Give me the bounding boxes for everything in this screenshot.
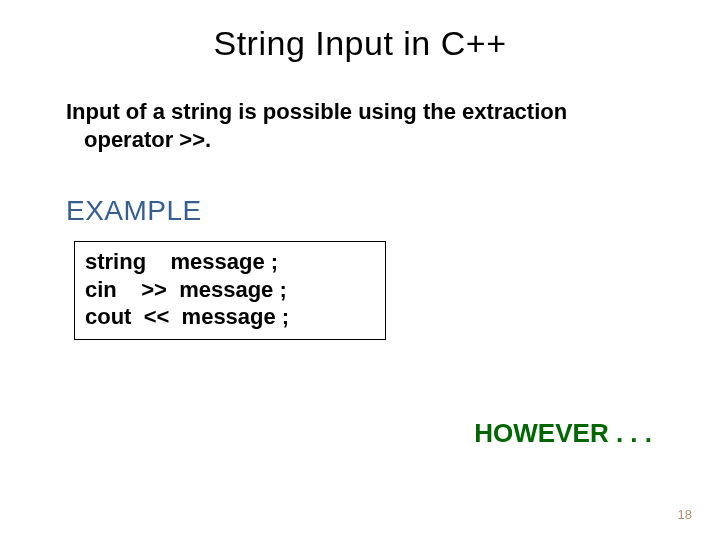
however-text: HOWEVER . . . <box>474 418 652 449</box>
code-line-3: cout << message ; <box>85 303 375 331</box>
intro-text: Input of a string is possible using the … <box>66 98 660 153</box>
example-heading: EXAMPLE <box>66 195 720 227</box>
intro-line-1: Input of a string is possible using the … <box>66 99 567 124</box>
slide-title: String Input in C++ <box>0 24 720 63</box>
code-line-2: cin >> message ; <box>85 276 375 304</box>
page-number: 18 <box>678 507 692 522</box>
code-line-1: string message ; <box>85 248 375 276</box>
code-box: string message ; cin >> message ; cout <… <box>74 241 386 340</box>
intro-line-2: operator >>. <box>84 126 660 154</box>
